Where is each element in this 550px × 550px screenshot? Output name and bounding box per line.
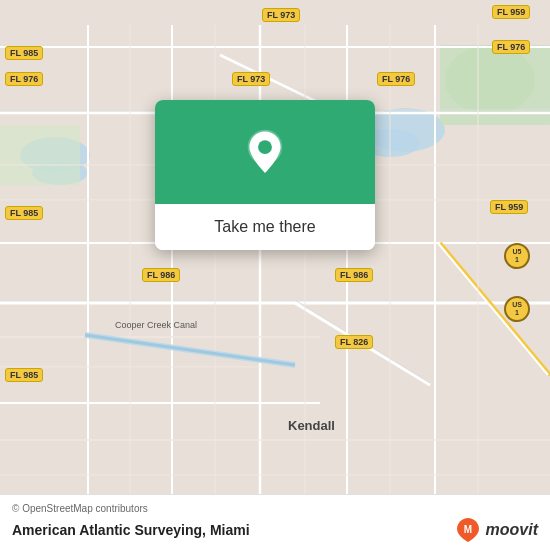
location-name: American Atlantic Surveying, Miami	[12, 522, 250, 538]
road-badge-fl976-tr: FL 976	[492, 40, 530, 54]
road-badge-fl959-tr: FL 959	[492, 5, 530, 19]
road-badge-fl986-right: FL 986	[335, 268, 373, 282]
popup-card: Take me there	[155, 100, 375, 250]
map-background	[0, 0, 550, 550]
bottom-bar: © OpenStreetMap contributors American At…	[0, 494, 550, 550]
bottom-info-row: American Atlantic Surveying, Miami M moo…	[12, 516, 538, 544]
copyright-text: © OpenStreetMap contributors	[12, 503, 538, 514]
road-badge-fl826: FL 826	[335, 335, 373, 349]
moovit-logo: M moovit	[454, 516, 538, 544]
road-badge-fl973-mid: FL 973	[232, 72, 270, 86]
svg-point-42	[258, 140, 272, 154]
kendall-label: Kendall	[288, 418, 335, 433]
us1-badge-bottom: US 1	[504, 296, 530, 322]
road-badge-fl973-top: FL 973	[262, 8, 300, 22]
road-badge-fl985-bot: FL 985	[5, 368, 43, 382]
svg-text:M: M	[463, 524, 471, 535]
popup-tail	[248, 208, 272, 224]
road-badge-fl976-right: FL 976	[377, 72, 415, 86]
location-pin-icon	[239, 128, 291, 180]
svg-rect-8	[0, 125, 80, 185]
popup-green-area	[155, 100, 375, 204]
road-badge-fl959-mid: FL 959	[490, 200, 528, 214]
moovit-brand-icon: M	[454, 516, 482, 544]
road-badge-fl986-mid: FL 986	[142, 268, 180, 282]
moovit-text: moovit	[486, 521, 538, 539]
svg-point-7	[445, 45, 535, 115]
road-badge-fl985-mid: FL 985	[5, 206, 43, 220]
road-badge-fl976-left: FL 976	[5, 72, 43, 86]
us1-badge-top: U5 1	[504, 243, 530, 269]
cooper-creek-label: Cooper Creek Canal	[115, 320, 197, 330]
road-badge-fl985-left: FL 985	[5, 46, 43, 60]
map-container: FL 973 FL 985 FL 973 FL 976 FL 976 FL 95…	[0, 0, 550, 550]
